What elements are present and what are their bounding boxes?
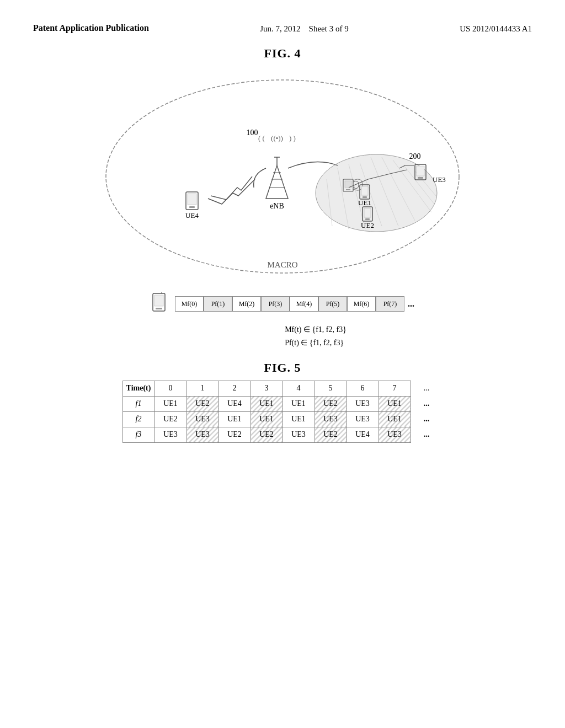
svg-rect-15	[189, 206, 195, 208]
svg-text:((•)): ((•))	[271, 134, 283, 142]
cell-f2-6: UE3	[347, 411, 379, 427]
frame-cell-mf2: Mf(2)	[232, 296, 261, 312]
svg-text:100: 100	[247, 129, 258, 137]
cell-f1-1: UE2	[186, 396, 218, 411]
page-header: Patent Application Publication Jun. 7, 2…	[33, 22, 532, 35]
cell-f3-1: UE3	[186, 427, 218, 442]
cell-f1-5: UE2	[315, 396, 347, 411]
svg-rect-40	[417, 166, 424, 176]
cell-f2-5: UE3	[315, 411, 347, 427]
svg-rect-14	[188, 194, 196, 205]
svg-rect-45	[156, 308, 162, 309]
col-header-7: 7	[379, 381, 411, 396]
svg-rect-37	[365, 218, 370, 220]
fig5-area: Time(t) 0 1 2 3 4 5 6 7 ... f1 UE1 UE2	[33, 381, 532, 443]
frame-cell-pf1: Pf(1)	[204, 296, 232, 312]
patent-page: Patent Application Publication Jun. 7, 2…	[0, 0, 565, 728]
device-icon	[151, 292, 170, 315]
cell-f2-4: UE1	[282, 411, 315, 427]
publication-title: Patent Application Publication	[33, 22, 149, 34]
col-header-4: 4	[282, 381, 315, 396]
schedule-table: Time(t) 0 1 2 3 4 5 6 7 ... f1 UE1 UE2	[122, 381, 443, 443]
frame-cell-mf4: Mf(4)	[290, 296, 318, 312]
eq1: Mf(t) ∈ {f1, f2, f3}	[285, 323, 347, 336]
col-header-ellipsis: ...	[411, 381, 443, 396]
col-header-3: 3	[250, 381, 282, 396]
svg-text:eNB: eNB	[270, 202, 284, 210]
svg-marker-2	[266, 165, 288, 199]
cell-f2-2: UE1	[218, 411, 250, 427]
sheet-info: Sheet 3 of 9	[309, 24, 349, 33]
freq-f2: f2	[122, 411, 154, 427]
table-header-row: Time(t) 0 1 2 3 4 5 6 7 ...	[122, 381, 443, 396]
frame-ellipsis: ...	[408, 299, 414, 309]
cell-f3-2: UE2	[218, 427, 250, 442]
svg-rect-41	[418, 177, 423, 179]
cell-f3-4: UE3	[282, 427, 315, 442]
freq-f1: f1	[122, 396, 154, 411]
cell-f2-7: UE1	[379, 411, 411, 427]
col-header-1: 1	[186, 381, 218, 396]
pub-date: Jun. 7, 2012	[260, 24, 300, 33]
frame-row: Mf(0) Pf(1) Mf(2) Pf(3) Mf(4) Pf(5) Mf(6…	[151, 292, 414, 315]
fig4-svg: MACRO eNB 100	[89, 72, 476, 281]
svg-rect-44	[154, 295, 163, 306]
col-header-2: 2	[218, 381, 250, 396]
cell-f3-6: UE4	[347, 427, 379, 442]
svg-text:UE2: UE2	[361, 221, 374, 229]
svg-rect-30	[346, 189, 350, 190]
table-row: f2 UE2 UE3 UE1 UE1 UE1 UE3 UE3 UE1 ...	[122, 411, 443, 427]
svg-text:UE1: UE1	[358, 199, 371, 207]
patent-number: US 2012/0144433 A1	[460, 22, 532, 35]
cell-f1-3: UE1	[250, 396, 282, 411]
cell-f1-4: UE1	[282, 396, 315, 411]
cell-f1-0: UE1	[154, 396, 186, 411]
col-header-time: Time(t)	[122, 381, 154, 396]
cell-f3-3: UE2	[250, 427, 282, 442]
frame-cell-pf3: Pf(3)	[261, 296, 290, 312]
cell-f3-5: UE2	[315, 427, 347, 442]
cell-f2-1: UE3	[186, 411, 218, 427]
cell-f2-3: UE1	[250, 411, 282, 427]
frame-cell-mf0: Mf(0)	[175, 296, 204, 312]
cell-f3-0: UE3	[154, 427, 186, 442]
svg-rect-33	[363, 196, 367, 198]
col-header-5: 5	[315, 381, 347, 396]
table-row: f1 UE1 UE2 UE4 UE1 UE1 UE2 UE3 UE1 ...	[122, 396, 443, 411]
svg-text:( (: ( (	[258, 134, 265, 142]
cell-f1-ellipsis: ...	[411, 396, 443, 411]
cell-f3-ellipsis: ...	[411, 427, 443, 442]
frame-cell-mf6: Mf(6)	[347, 296, 376, 312]
frame-equations: Mf(t) ∈ {f1, f2, f3} Pf(t) ∈ {f1, f2, f3…	[285, 323, 347, 350]
svg-text:200: 200	[409, 152, 421, 160]
freq-f3: f3	[122, 427, 154, 442]
frame-cell-pf7: Pf(7)	[376, 296, 404, 312]
cell-f1-6: UE3	[347, 396, 379, 411]
fig4-diagram: MACRO eNB 100	[33, 72, 532, 281]
svg-text:MACRO: MACRO	[267, 260, 297, 269]
frame-sequence-area: Mf(0) Pf(1) Mf(2) Pf(3) Mf(4) Pf(5) Mf(6…	[33, 292, 532, 350]
col-header-6: 6	[347, 381, 379, 396]
fig4-title: FIG. 4	[33, 46, 532, 61]
table-row: f3 UE3 UE3 UE2 UE2 UE3 UE2 UE4 UE3 ...	[122, 427, 443, 442]
cell-f1-7: UE1	[379, 396, 411, 411]
svg-text:UE3: UE3	[433, 175, 446, 184]
fig5-title: FIG. 5	[33, 361, 532, 375]
svg-rect-32	[361, 186, 368, 195]
svg-text:) ): ) )	[289, 134, 296, 142]
frame-cell-pf5: Pf(5)	[318, 296, 347, 312]
svg-text:UE4: UE4	[185, 211, 199, 220]
header-center: Jun. 7, 2012 Sheet 3 of 9	[260, 22, 348, 35]
eq2: Pf(t) ∈ {f1, f2, f3}	[285, 336, 347, 350]
cell-f2-0: UE2	[154, 411, 186, 427]
cell-f1-2: UE4	[218, 396, 250, 411]
cell-f3-7: UE3	[379, 427, 411, 442]
svg-rect-36	[364, 208, 371, 217]
cell-f2-ellipsis: ...	[411, 411, 443, 427]
col-header-0: 0	[154, 381, 186, 396]
